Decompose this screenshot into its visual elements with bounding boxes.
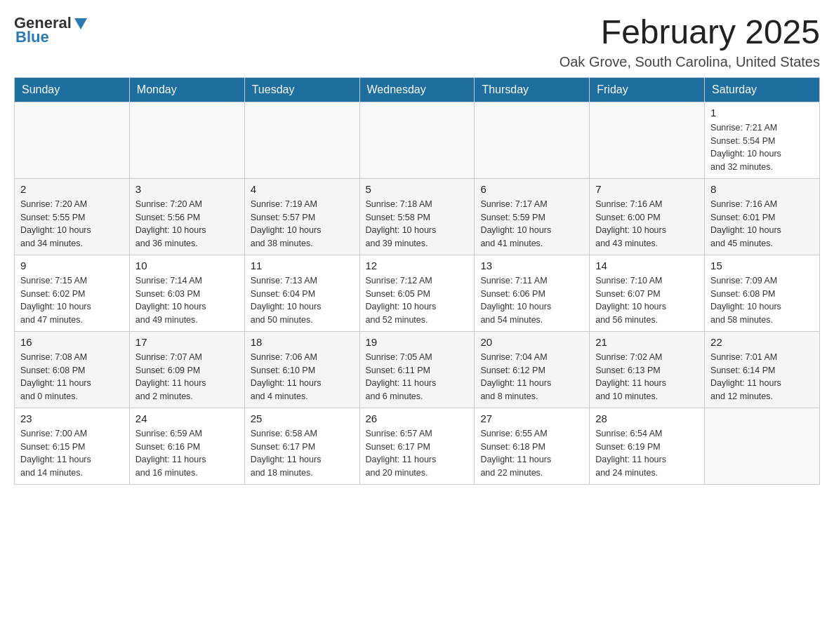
calendar-week-row: 16Sunrise: 7:08 AM Sunset: 6:08 PM Dayli… — [15, 331, 820, 408]
weekday-header-monday: Monday — [129, 77, 244, 102]
calendar-day-cell: 27Sunrise: 6:55 AM Sunset: 6:18 PM Dayli… — [475, 408, 590, 484]
day-number: 10 — [135, 260, 239, 271]
day-number: 28 — [595, 412, 699, 424]
day-number: 15 — [710, 260, 814, 271]
location-title: Oak Grove, South Carolina, United States — [560, 54, 820, 70]
day-info: Sunrise: 7:00 AM Sunset: 6:15 PM Dayligh… — [20, 427, 124, 480]
logo: General Blue — [14, 14, 88, 46]
day-info: Sunrise: 6:54 AM Sunset: 6:19 PM Dayligh… — [595, 427, 699, 480]
day-number: 24 — [135, 412, 239, 424]
calendar-day-cell: 9Sunrise: 7:15 AM Sunset: 6:02 PM Daylig… — [15, 255, 130, 331]
weekday-header-wednesday: Wednesday — [359, 77, 475, 102]
day-number: 25 — [251, 412, 354, 424]
calendar-day-cell: 6Sunrise: 7:17 AM Sunset: 5:59 PM Daylig… — [475, 178, 590, 255]
calendar-day-cell: 15Sunrise: 7:09 AM Sunset: 6:08 PM Dayli… — [705, 255, 820, 331]
calendar-week-row: 2Sunrise: 7:20 AM Sunset: 5:55 PM Daylig… — [15, 178, 820, 255]
svg-marker-0 — [74, 18, 87, 29]
day-info: Sunrise: 7:09 AM Sunset: 6:08 PM Dayligh… — [710, 274, 814, 327]
calendar-day-cell: 8Sunrise: 7:16 AM Sunset: 6:01 PM Daylig… — [705, 178, 820, 255]
day-info: Sunrise: 7:04 AM Sunset: 6:12 PM Dayligh… — [480, 351, 583, 403]
logo-blue-text: Blue — [15, 28, 49, 46]
weekday-header-saturday: Saturday — [705, 77, 820, 102]
day-info: Sunrise: 7:08 AM Sunset: 6:08 PM Dayligh… — [20, 351, 124, 403]
weekday-header-sunday: Sunday — [15, 77, 130, 102]
calendar-day-cell: 2Sunrise: 7:20 AM Sunset: 5:55 PM Daylig… — [15, 178, 130, 255]
day-info: Sunrise: 7:10 AM Sunset: 6:07 PM Dayligh… — [595, 274, 699, 327]
calendar-empty-cell — [475, 102, 590, 178]
day-number: 23 — [20, 412, 124, 424]
calendar-week-row: 1Sunrise: 7:21 AM Sunset: 5:54 PM Daylig… — [15, 102, 820, 178]
day-info: Sunrise: 6:58 AM Sunset: 6:17 PM Dayligh… — [251, 427, 354, 480]
day-number: 8 — [710, 183, 814, 195]
calendar-day-cell: 14Sunrise: 7:10 AM Sunset: 6:07 PM Dayli… — [590, 255, 705, 331]
weekday-header-row: SundayMondayTuesdayWednesdayThursdayFrid… — [15, 77, 820, 102]
calendar-empty-cell — [359, 102, 475, 178]
day-info: Sunrise: 7:12 AM Sunset: 6:05 PM Dayligh… — [366, 274, 469, 327]
day-number: 2 — [20, 183, 124, 195]
day-info: Sunrise: 6:57 AM Sunset: 6:17 PM Dayligh… — [366, 427, 469, 480]
day-info: Sunrise: 7:17 AM Sunset: 5:59 PM Dayligh… — [480, 198, 583, 250]
day-info: Sunrise: 7:13 AM Sunset: 6:04 PM Dayligh… — [251, 274, 354, 327]
calendar-day-cell: 18Sunrise: 7:06 AM Sunset: 6:10 PM Dayli… — [244, 331, 359, 408]
calendar-day-cell: 3Sunrise: 7:20 AM Sunset: 5:56 PM Daylig… — [129, 178, 244, 255]
day-info: Sunrise: 7:11 AM Sunset: 6:06 PM Dayligh… — [480, 274, 583, 327]
calendar-day-cell: 20Sunrise: 7:04 AM Sunset: 6:12 PM Dayli… — [475, 331, 590, 408]
day-number: 6 — [480, 183, 583, 195]
calendar-day-cell: 23Sunrise: 7:00 AM Sunset: 6:15 PM Dayli… — [15, 408, 130, 484]
calendar-day-cell: 26Sunrise: 6:57 AM Sunset: 6:17 PM Dayli… — [359, 408, 475, 484]
calendar-week-row: 23Sunrise: 7:00 AM Sunset: 6:15 PM Dayli… — [15, 408, 820, 484]
day-info: Sunrise: 6:59 AM Sunset: 6:16 PM Dayligh… — [135, 427, 239, 480]
weekday-header-friday: Friday — [590, 77, 705, 102]
day-info: Sunrise: 7:19 AM Sunset: 5:57 PM Dayligh… — [251, 198, 354, 250]
calendar-day-cell: 25Sunrise: 6:58 AM Sunset: 6:17 PM Dayli… — [244, 408, 359, 484]
day-number: 26 — [366, 412, 469, 424]
day-info: Sunrise: 6:55 AM Sunset: 6:18 PM Dayligh… — [480, 427, 583, 480]
calendar-empty-cell — [129, 102, 244, 178]
calendar-day-cell: 5Sunrise: 7:18 AM Sunset: 5:58 PM Daylig… — [359, 178, 475, 255]
logo-icon — [73, 15, 88, 31]
day-info: Sunrise: 7:21 AM Sunset: 5:54 PM Dayligh… — [710, 121, 814, 174]
day-info: Sunrise: 7:16 AM Sunset: 6:00 PM Dayligh… — [595, 198, 699, 250]
day-info: Sunrise: 7:07 AM Sunset: 6:09 PM Dayligh… — [135, 351, 239, 403]
page-header: General Blue February 2025 Oak Grove, So… — [14, 14, 820, 70]
day-number: 5 — [366, 183, 469, 195]
calendar-empty-cell — [15, 102, 130, 178]
day-number: 27 — [480, 412, 583, 424]
day-number: 19 — [366, 336, 469, 348]
calendar-empty-cell — [244, 102, 359, 178]
calendar-day-cell: 16Sunrise: 7:08 AM Sunset: 6:08 PM Dayli… — [15, 331, 130, 408]
month-title: February 2025 — [560, 14, 820, 51]
calendar-day-cell: 4Sunrise: 7:19 AM Sunset: 5:57 PM Daylig… — [244, 178, 359, 255]
calendar-day-cell: 24Sunrise: 6:59 AM Sunset: 6:16 PM Dayli… — [129, 408, 244, 484]
day-number: 21 — [595, 336, 699, 348]
calendar-day-cell: 22Sunrise: 7:01 AM Sunset: 6:14 PM Dayli… — [705, 331, 820, 408]
calendar-empty-cell — [590, 102, 705, 178]
title-block: February 2025 Oak Grove, South Carolina,… — [560, 14, 820, 70]
calendar-day-cell: 13Sunrise: 7:11 AM Sunset: 6:06 PM Dayli… — [475, 255, 590, 331]
day-info: Sunrise: 7:18 AM Sunset: 5:58 PM Dayligh… — [366, 198, 469, 250]
day-info: Sunrise: 7:06 AM Sunset: 6:10 PM Dayligh… — [251, 351, 354, 403]
calendar-day-cell: 1Sunrise: 7:21 AM Sunset: 5:54 PM Daylig… — [705, 102, 820, 178]
day-number: 9 — [20, 260, 124, 271]
day-number: 18 — [251, 336, 354, 348]
calendar-day-cell: 10Sunrise: 7:14 AM Sunset: 6:03 PM Dayli… — [129, 255, 244, 331]
calendar-day-cell: 12Sunrise: 7:12 AM Sunset: 6:05 PM Dayli… — [359, 255, 475, 331]
day-number: 12 — [366, 260, 469, 271]
calendar-day-cell: 28Sunrise: 6:54 AM Sunset: 6:19 PM Dayli… — [590, 408, 705, 484]
calendar-day-cell: 11Sunrise: 7:13 AM Sunset: 6:04 PM Dayli… — [244, 255, 359, 331]
day-info: Sunrise: 7:15 AM Sunset: 6:02 PM Dayligh… — [20, 274, 124, 327]
calendar-day-cell: 17Sunrise: 7:07 AM Sunset: 6:09 PM Dayli… — [129, 331, 244, 408]
day-number: 13 — [480, 260, 583, 271]
calendar-week-row: 9Sunrise: 7:15 AM Sunset: 6:02 PM Daylig… — [15, 255, 820, 331]
day-number: 1 — [710, 107, 814, 119]
day-number: 14 — [595, 260, 699, 271]
day-info: Sunrise: 7:16 AM Sunset: 6:01 PM Dayligh… — [710, 198, 814, 250]
day-info: Sunrise: 7:05 AM Sunset: 6:11 PM Dayligh… — [366, 351, 469, 403]
weekday-header-tuesday: Tuesday — [244, 77, 359, 102]
calendar-day-cell: 21Sunrise: 7:02 AM Sunset: 6:13 PM Dayli… — [590, 331, 705, 408]
day-number: 4 — [251, 183, 354, 195]
calendar-table: SundayMondayTuesdayWednesdayThursdayFrid… — [14, 77, 820, 485]
day-number: 16 — [20, 336, 124, 348]
day-info: Sunrise: 7:14 AM Sunset: 6:03 PM Dayligh… — [135, 274, 239, 327]
calendar-day-cell: 7Sunrise: 7:16 AM Sunset: 6:00 PM Daylig… — [590, 178, 705, 255]
